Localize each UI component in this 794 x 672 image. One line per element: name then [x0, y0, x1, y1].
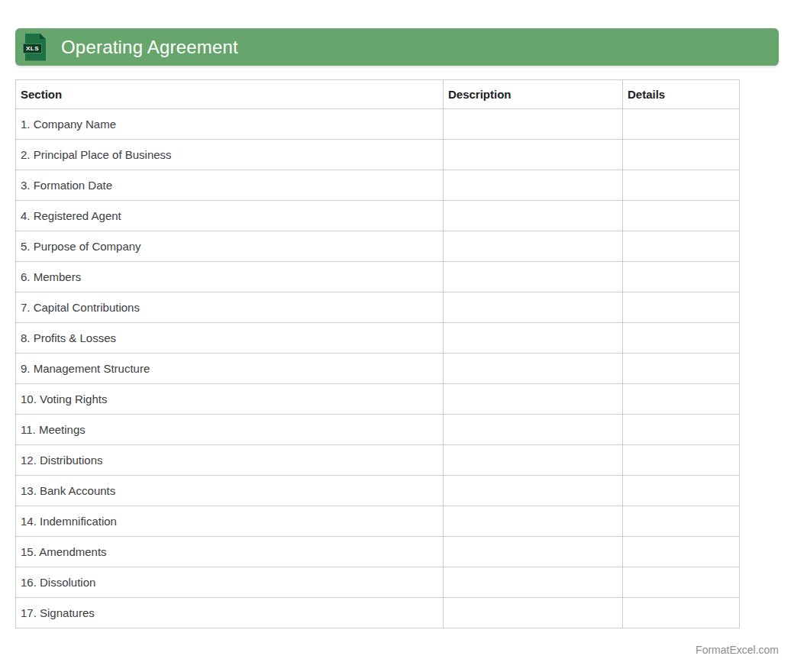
operating-agreement-table: Section Description Details 1. Company N… [15, 79, 740, 628]
table-header-row: Section Description Details [16, 80, 740, 109]
table-row: 9. Management Structure [16, 354, 740, 384]
description-cell [444, 506, 623, 537]
table-body: 1. Company Name2. Principal Place of Bus… [16, 109, 740, 628]
details-cell [623, 384, 740, 415]
section-cell: 16. Dissolution [16, 567, 444, 598]
details-cell [623, 506, 740, 537]
section-cell: 8. Profits & Losses [16, 323, 444, 354]
details-cell [623, 170, 740, 201]
section-cell: 2. Principal Place of Business [16, 140, 444, 170]
details-cell [623, 415, 740, 445]
section-cell: 7. Capital Contributions [16, 292, 444, 323]
description-cell [444, 354, 623, 384]
details-cell [623, 109, 740, 140]
section-cell: 14. Indemnification [16, 506, 444, 537]
table-row: 2. Principal Place of Business [16, 140, 740, 170]
details-cell [623, 567, 740, 598]
table-row: 13. Bank Accounts [16, 476, 740, 506]
description-cell [444, 445, 623, 476]
details-cell [623, 323, 740, 354]
description-cell [444, 323, 623, 354]
details-cell [623, 354, 740, 384]
table-row: 15. Amendments [16, 537, 740, 567]
table-row: 16. Dissolution [16, 567, 740, 598]
table-row: 12. Distributions [16, 445, 740, 476]
details-cell [623, 292, 740, 323]
description-cell [444, 292, 623, 323]
description-cell [444, 201, 623, 231]
details-cell [623, 140, 740, 170]
table-row: 8. Profits & Losses [16, 323, 740, 354]
section-cell: 6. Members [16, 262, 444, 292]
column-header-section: Section [16, 80, 444, 109]
details-cell [623, 231, 740, 262]
details-cell [623, 476, 740, 506]
table-row: 10. Voting Rights [16, 384, 740, 415]
description-cell [444, 598, 623, 628]
details-cell [623, 537, 740, 567]
table-row: 11. Meetings [16, 415, 740, 445]
details-cell [623, 262, 740, 292]
xls-file-icon-fold [40, 34, 46, 40]
description-cell [444, 140, 623, 170]
table-row: 5. Purpose of Company [16, 231, 740, 262]
details-cell [623, 445, 740, 476]
table-row: 17. Signatures [16, 598, 740, 628]
section-cell: 10. Voting Rights [16, 384, 444, 415]
section-cell: 9. Management Structure [16, 354, 444, 384]
table-row: 4. Registered Agent [16, 201, 740, 231]
table-row: 7. Capital Contributions [16, 292, 740, 323]
section-cell: 12. Distributions [16, 445, 444, 476]
description-cell [444, 415, 623, 445]
details-cell [623, 598, 740, 628]
page-title: Operating Agreement [61, 37, 238, 58]
section-cell: 1. Company Name [16, 109, 444, 140]
page: XLS Operating Agreement Section Descript… [0, 0, 794, 672]
section-cell: 17. Signatures [16, 598, 444, 628]
section-cell: 13. Bank Accounts [16, 476, 444, 506]
details-cell [623, 201, 740, 231]
table-row: 1. Company Name [16, 109, 740, 140]
description-cell [444, 262, 623, 292]
footer-credit: FormatExcel.com [696, 644, 779, 656]
title-bar: XLS Operating Agreement [15, 28, 779, 66]
section-cell: 15. Amendments [16, 537, 444, 567]
description-cell [444, 567, 623, 598]
table-row: 14. Indemnification [16, 506, 740, 537]
section-cell: 5. Purpose of Company [16, 231, 444, 262]
section-cell: 11. Meetings [16, 415, 444, 445]
column-header-details: Details [623, 80, 740, 109]
xls-file-icon: XLS [25, 34, 46, 61]
xls-file-icon-badge: XLS [23, 44, 42, 53]
section-cell: 3. Formation Date [16, 170, 444, 201]
table-row: 3. Formation Date [16, 170, 740, 201]
description-cell [444, 537, 623, 567]
description-cell [444, 109, 623, 140]
table-row: 6. Members [16, 262, 740, 292]
section-cell: 4. Registered Agent [16, 201, 444, 231]
description-cell [444, 231, 623, 262]
column-header-description: Description [444, 80, 623, 109]
description-cell [444, 170, 623, 201]
description-cell [444, 384, 623, 415]
description-cell [444, 476, 623, 506]
